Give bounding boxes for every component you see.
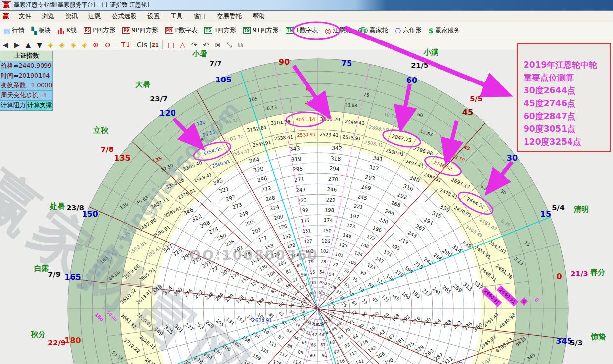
wheel-label: 295 [293, 166, 303, 173]
toolbar-item-板块[interactable]: ▚板块 [28, 26, 54, 35]
toolbar-item-赢家轮[interactable]: Big赢家轮 [355, 26, 392, 35]
wheel-label: 319 [291, 156, 302, 162]
zoom-out-icon[interactable]: ⊖ [102, 41, 114, 49]
date-label: 5/4 [552, 204, 564, 212]
toolbar-item-赢家服务[interactable]: $赢家服务 [425, 26, 464, 35]
date-label: 21/3 [570, 270, 588, 278]
menu-item-1[interactable]: 浏览 [37, 12, 60, 20]
panel-row-2: 变换系数=1.00000 [0, 81, 53, 91]
wheel-label: 91 [322, 353, 328, 358]
wheel-label: 55 [310, 269, 315, 275]
gann-wheel-view: 1234567891011121314151617181920212223242… [0, 50, 613, 364]
toolbar-item-P数字表[interactable]: PNP数字表 [162, 26, 201, 35]
annotation-line-1: 重要点位测算 [524, 71, 606, 84]
solar-term-label: 小暑 [192, 49, 207, 59]
t-down-icon[interactable]: T↓ [118, 41, 134, 49]
toolbar-label: 行情 [12, 26, 24, 35]
zoom-in-icon[interactable]: ⊕ [90, 41, 102, 49]
panel-row-0: 价格=2440.9099 [0, 61, 53, 71]
wheel-label: 223 [297, 197, 307, 203]
angle-label-75: 75 [341, 59, 352, 68]
calc-support-button[interactable]: 计算支撑 [27, 101, 53, 111]
rotate-cw-icon[interactable]: ↷ [188, 41, 200, 49]
toolbar-item-行情[interactable]: ▦行情 [0, 26, 28, 35]
toolbar-item-K线[interactable]: K线 [54, 26, 80, 35]
title-bar: 赢 赢家江恩专业版[赢家服务平台] - [上证指数 江恩轮] [0, 0, 613, 11]
wheel-label: 103 [305, 249, 314, 254]
screen-icon[interactable]: ⧉ [235, 41, 246, 49]
menu-item-4[interactable]: 公式选股 [106, 12, 142, 20]
solar-term-label: 惊蛰 [591, 332, 606, 342]
menu-item-9[interactable]: 帮助 [247, 12, 270, 20]
angle-label-15: 15 [540, 209, 551, 219]
date-label: 5/5 [470, 95, 482, 103]
diamond-up-icon[interactable]: ◈ [68, 41, 79, 49]
menu-item-5[interactable]: 设置 [142, 12, 165, 20]
calendar-icon[interactable]: 21 [150, 42, 160, 48]
wheel-label: 21.88 [345, 102, 358, 108]
wheel-label: 318 [330, 155, 341, 162]
wheel-label: 56 [300, 272, 306, 278]
solar-term-label: 小满 [424, 48, 438, 57]
diamond-down-icon[interactable]: ◈ [79, 41, 90, 49]
toolbar-item-P四方形[interactable]: PSP四方形 [80, 26, 119, 35]
toolbar-item-9T四方形[interactable]: T99T四方形 [240, 26, 282, 35]
toolbar-item-江恩轮[interactable]: ◎江恩轮 [321, 26, 355, 35]
wheel-label: 247 [296, 187, 306, 193]
solar-term-label: 白露 [34, 264, 49, 273]
diamond-left-icon[interactable]: ◈ [45, 41, 56, 49]
dollar-icon: $ [429, 27, 434, 34]
wheel-label: 126 [321, 238, 330, 243]
toolbar-label: P四方形 [93, 26, 115, 35]
winner-wheel-icon: Big [358, 27, 368, 34]
diamond-right-icon[interactable]: ◈ [56, 41, 68, 49]
toolbar-label: T四方形 [214, 26, 236, 35]
menu-item-0[interactable]: 文件 [13, 12, 37, 20]
kline-icon [58, 27, 64, 34]
wheel-label: 41 [305, 330, 311, 336]
wheel-label: 78 [320, 259, 326, 264]
badge-TS-icon: TS [204, 27, 212, 34]
toolbar-item-T数字表[interactable]: TNT数字表 [282, 26, 321, 35]
menu-item-2[interactable]: 资讯 [60, 12, 83, 20]
annotation-line-3: 45度2746点 [524, 97, 606, 110]
fit-icon[interactable]: ⤡ [223, 41, 235, 49]
wheel-label: 90 [309, 353, 315, 358]
menu-item-8[interactable]: 交易委托 [212, 12, 247, 20]
wheel-label: 102 [320, 248, 329, 254]
calc-resistance-button[interactable]: 计算阻力 [0, 101, 27, 111]
wheel-label: 25.00 [304, 100, 317, 105]
extra-price-label: 2620.91 [252, 318, 272, 323]
square-tool-icon[interactable]: □ [165, 41, 177, 49]
toolbar-label: P数字表 [175, 26, 197, 35]
wheel-label: 3051.14 [295, 116, 315, 122]
wheel-label: 222 [326, 197, 336, 202]
toolbar-item-六角形[interactable]: ⎔六角形 [392, 26, 425, 35]
toolbar-label: K线 [66, 26, 77, 35]
cls-button[interactable]: Cls [134, 41, 150, 49]
triangle-tool-icon[interactable]: △ [177, 41, 188, 49]
toolbar-item-T四方形[interactable]: TST四方形 [201, 26, 239, 35]
menu-item-3[interactable]: 江恩 [83, 12, 106, 20]
prev-icon[interactable]: ◀ [0, 41, 11, 49]
delete-box-icon[interactable]: ⊠ [212, 41, 223, 49]
angle-label-120: 120 [159, 108, 175, 118]
wheel-label: 175 [301, 217, 310, 223]
date-label: 21/5 [411, 61, 429, 69]
wheel-label: 6 [318, 290, 321, 295]
toolbar-separator [162, 40, 163, 49]
toolbar-item-9P四方形[interactable]: P99P四方形 [119, 26, 161, 35]
up-icon[interactable]: ▲ [23, 41, 34, 49]
menu-item-6[interactable]: 工具 [165, 12, 188, 20]
angle-label-30: 30 [507, 153, 518, 162]
date-label: 23/8 [66, 204, 84, 212]
rotate-ccw-icon[interactable]: ↶ [200, 41, 212, 49]
down-icon[interactable]: ▼ [34, 41, 45, 49]
wheel-label: 77 [332, 262, 339, 268]
wheel-label: 127 [304, 239, 312, 244]
next-icon[interactable]: ▶ [11, 41, 23, 49]
angle-label-90: 90 [279, 57, 290, 67]
annotation-line-6: 120度3254点 [524, 135, 606, 148]
wheel-label: 343 [289, 145, 300, 152]
menu-item-7[interactable]: 窗口 [188, 12, 212, 20]
